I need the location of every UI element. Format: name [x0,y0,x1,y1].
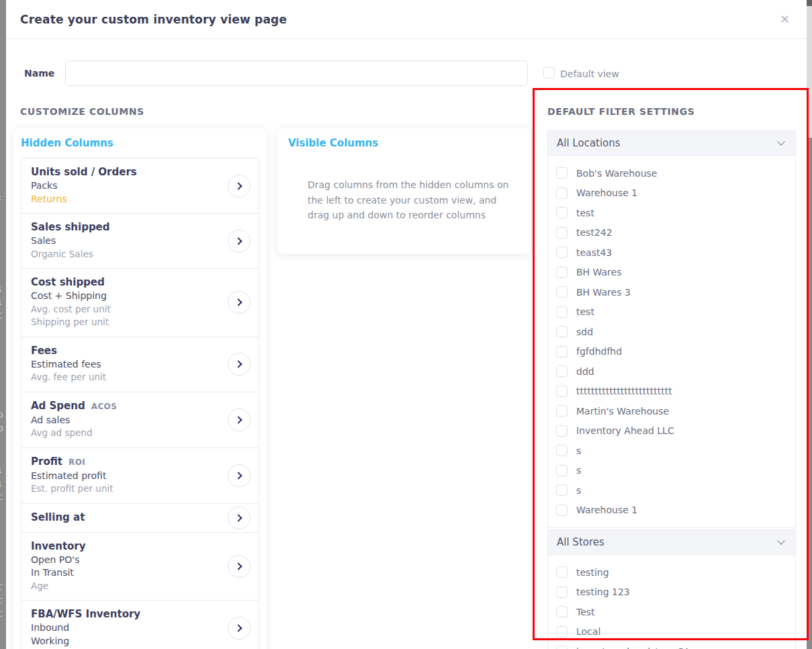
location-option: test [548,302,795,322]
column-card-subitem: Age [31,580,221,593]
option-label: sdd [576,327,593,337]
option-label: test242 [576,227,613,238]
column-card-tag: ROI [69,458,85,467]
all-stores-header[interactable]: All Stores [548,530,795,555]
checkbox[interactable] [556,566,568,578]
checkbox[interactable] [556,587,568,598]
stores-filter-section: All Stores testingtesting 123TestLocalin… [547,529,796,649]
option-label: testing [576,567,609,578]
chevron-right-icon [234,514,242,521]
column-card-title: FBA/WFS Inventory [31,607,221,621]
option-label: test [576,306,594,317]
hidden-column-card[interactable]: FBA/WFS InventoryInboundWorking [21,601,259,649]
checkbox[interactable] [556,365,568,377]
name-label: Name [24,68,54,79]
chevron-down-icon [777,138,784,145]
move-column-button[interactable] [228,464,251,487]
location-option: s [548,461,795,481]
all-locations-header[interactable]: All Locations [548,131,795,156]
checkbox[interactable] [556,445,568,456]
checkbox[interactable] [556,386,568,397]
chevron-right-icon [234,562,242,570]
scrollbar[interactable] [807,0,812,649]
chevron-down-icon [777,537,784,544]
default-view-checkbox[interactable] [543,67,555,79]
option-label: fgfdhdfhd [576,346,622,357]
hidden-column-card[interactable]: Ad SpendACOSAd salesAvg ad spend [21,392,259,448]
all-stores-label: All Stores [557,536,604,548]
column-card-subitem: Open PO's [31,554,221,567]
move-column-button[interactable] [228,230,251,253]
move-column-button[interactable] [228,353,251,376]
checkbox[interactable] [556,425,568,437]
location-option: s [548,480,795,501]
column-card-subitem: Est. profit per unit [31,482,221,496]
checkbox[interactable] [556,626,568,638]
locations-option-list: Bob's WarehouseWarehouse 1testtest242tea… [548,156,795,527]
store-option: inventoryaheadstore CA [548,642,795,649]
column-card-tag: ACOS [91,402,118,411]
checkbox[interactable] [556,606,568,617]
location-option: fgfdhdfhd [548,342,795,362]
chevron-right-icon [234,624,242,632]
visible-columns-panel: Visible Columns Drag columns from the hi… [277,128,531,254]
scrollbar-cap [807,0,812,6]
move-column-button[interactable] [228,617,251,640]
checkbox[interactable] [556,227,568,239]
store-option: testing [548,562,795,582]
option-label: Local [576,626,600,637]
checkbox[interactable] [556,326,568,337]
checkbox[interactable] [556,346,568,357]
hidden-column-card[interactable]: Cost shippedCost + ShippingAvg. cost per… [21,269,259,337]
column-card-subitem: Avg. fee per unit [31,371,221,384]
column-card-title: Inventory [31,539,221,554]
column-card-subitem: Shipping per unit [31,316,221,329]
option-label: s [576,445,581,456]
scrollbar-thumb[interactable] [807,6,812,138]
option-label: testing 123 [576,587,630,597]
hidden-column-card[interactable]: Units sold / OrdersPacksReturns [21,159,259,214]
checkbox[interactable] [556,167,568,179]
checkbox[interactable] [556,505,568,516]
column-card-subitem: Sales [31,234,221,248]
hidden-column-card[interactable]: FeesEstimated feesAvg. fee per unit [21,337,259,392]
column-card-title: ProfitROI [31,455,221,470]
location-option: sdd [548,322,795,342]
option-label: inventoryaheadstore CA [576,646,690,649]
checkbox[interactable] [556,306,568,318]
move-column-button[interactable] [228,555,251,578]
chevron-right-icon [234,299,242,306]
create-view-modal: Create your custom inventory view page ✕… [6,0,807,649]
checkbox[interactable] [556,187,568,199]
hidden-column-card[interactable]: Sales shippedSalesOrganic Sales [21,214,259,269]
close-icon[interactable]: ✕ [780,12,790,26]
checkbox[interactable] [556,405,568,417]
name-input[interactable] [65,60,528,86]
default-filter-settings-heading: DEFAULT FILTER SETTINGS [547,106,694,117]
checkbox[interactable] [556,247,568,258]
hidden-column-card[interactable]: ProfitROIEstimated profitEst. profit per… [21,448,259,504]
column-card-title: Selling at [31,511,221,525]
move-column-button[interactable] [228,507,251,529]
location-option: BH Wares 3 [548,282,795,302]
checkbox[interactable] [556,484,568,496]
hidden-column-card[interactable]: Selling at [21,504,259,533]
checkbox[interactable] [556,286,568,298]
option-label: ddd [576,366,594,377]
customize-columns-heading: CUSTOMIZE COLUMNS [20,106,144,117]
move-column-button[interactable] [228,408,251,431]
dimmed-background-left: c11 COO 11C CCC [0,0,6,649]
placeholder-line: drag up and down to reorder columns [308,208,521,223]
move-column-button[interactable] [228,291,251,314]
column-card-title: Sales shipped [31,220,221,234]
chevron-right-icon [234,182,242,189]
checkbox[interactable] [556,646,568,649]
hidden-column-card[interactable]: InventoryOpen PO'sIn TransitAge [21,533,259,601]
option-label: BH Wares 3 [576,287,631,298]
option-label: Warehouse 1 [576,505,637,515]
checkbox[interactable] [556,207,568,218]
option-label: Test [576,607,595,617]
move-column-button[interactable] [228,175,251,198]
checkbox[interactable] [556,465,568,476]
checkbox[interactable] [556,267,568,278]
